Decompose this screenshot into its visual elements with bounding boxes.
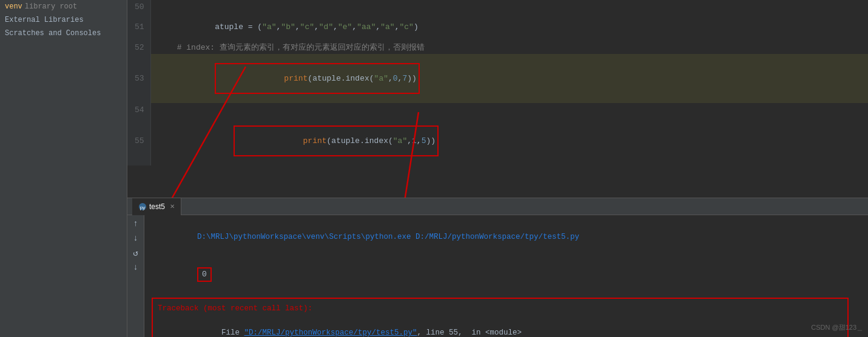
line-content [150, 103, 868, 116]
table-row: 52 # index: 查询元素的索引，有对应的元素返回对应的索引，否则报错 [127, 41, 868, 54]
watermark: CSDN @甜123＿ [811, 323, 863, 332]
tab-close-button[interactable]: ✕ [170, 203, 175, 210]
console-run-command: D:\MRLJ\pythonWorkspace\venv\Scripts\pyt… [152, 219, 861, 255]
table-row: 51 atuple = ("a","b","c","d","e","aa","a… [127, 13, 868, 41]
console-toolbar: ↑ ↓ ↺ ↓ [127, 215, 144, 337]
line-content: print(atuple.index("a",0,7)) [150, 54, 868, 103]
scroll-up-button[interactable]: ↑ [130, 218, 142, 230]
line-number: 54 [127, 103, 150, 116]
rerun-button[interactable]: ↺ [130, 247, 142, 259]
console-output[interactable]: D:\MRLJ\pythonWorkspace\venv\Scripts\pyt… [144, 215, 868, 337]
table-row: 55 print(atuple.index("a",1,5)) [127, 116, 868, 165]
line-number: 50 [127, 0, 150, 13]
line-content [150, 0, 868, 13]
table-row: 50 [127, 0, 868, 13]
line-number: 55 [127, 116, 150, 165]
venv-sublabel: library root [25, 2, 77, 11]
sidebar-venv[interactable]: venv library root [0, 0, 127, 13]
code-lines: 50 51 atuple = ("a","b","c","d","e","aa"… [127, 0, 868, 165]
python-icon: py [138, 202, 147, 211]
line-content: print(atuple.index("a",1,5)) [150, 116, 868, 165]
main-content: 50 51 atuple = ("a","b","c","d","e","aa"… [127, 0, 868, 337]
code-editor[interactable]: 50 51 atuple = ("a","b","c","d","e","aa"… [127, 0, 868, 198]
console-tabs-bar: py test5 ✕ [127, 198, 868, 215]
traceback-line2: File "D:/MRLJ/pythonWorkspace/tpy/test5.… [158, 315, 843, 337]
scroll-down-button[interactable]: ↓ [130, 232, 142, 244]
table-row: 53 print(atuple.index("a",0,7)) [127, 54, 868, 103]
tab-label: test5 [149, 202, 165, 211]
sidebar-item-external-libraries[interactable]: External Libraries [0, 13, 127, 27]
svg-text:py: py [140, 204, 145, 210]
traceback-box: Traceback (most recent call last): File … [152, 298, 849, 337]
console-panel: py test5 ✕ ↑ ↓ ↺ ↓ D:\MRLJ\pythonWorkspa… [127, 198, 868, 337]
console-output-0: 0 [152, 255, 861, 294]
sidebar: venv library root External Libraries Scr… [0, 0, 127, 337]
line-content: # index: 查询元素的索引，有对应的元素返回对应的索引，否则报错 [150, 41, 868, 54]
traceback-line1: Traceback (most recent call last): [158, 302, 843, 315]
console-tab-test5[interactable]: py test5 ✕ [132, 198, 181, 215]
line-content: atuple = ("a","b","c","d","e","aa","a","… [150, 13, 868, 41]
venv-label: venv [5, 2, 22, 11]
sidebar-item-scratches-consoles[interactable]: Scratches and Consoles [0, 27, 127, 40]
table-row: 54 [127, 103, 868, 116]
line-number: 52 [127, 41, 150, 54]
line-number: 53 [127, 54, 150, 103]
stop-button[interactable]: ↓ [130, 261, 142, 273]
line-number: 51 [127, 13, 150, 41]
console-body: ↑ ↓ ↺ ↓ D:\MRLJ\pythonWorkspace\venv\Scr… [127, 215, 868, 337]
